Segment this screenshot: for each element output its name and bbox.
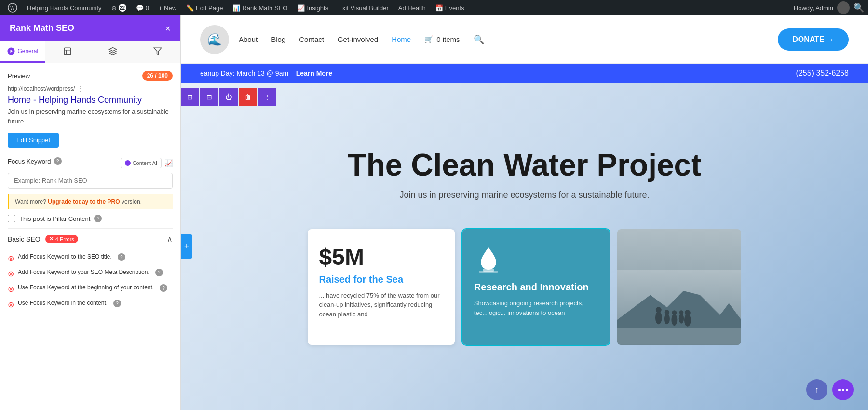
search-icon[interactable]: 🔍 <box>854 2 864 13</box>
tab-advanced[interactable] <box>45 41 91 63</box>
water-drop-icon <box>474 244 503 273</box>
preview-section: Preview 26 / 100 http://localhost/wordpr… <box>8 71 173 148</box>
panel-close-button[interactable]: × <box>165 24 171 33</box>
comments-count: 0 <box>146 4 149 12</box>
dot-1 <box>838 389 841 391</box>
error-text-4: Use Focus Keyword in the content. <box>18 300 108 306</box>
builder-grid-btn[interactable]: ⊟ <box>200 88 218 106</box>
events-item[interactable]: 📅 Events <box>432 0 468 15</box>
tab-general[interactable]: General <box>0 41 45 63</box>
admin-bar: W Helping Hands Community ⊕ 22 💬 0 + New… <box>0 0 868 15</box>
preview-title-link[interactable]: Home - Helping Hands Community <box>8 95 173 105</box>
floating-arrow-button[interactable]: ↑ <box>806 379 827 400</box>
rank-math-panel: Rank Math SEO × General Preview <box>0 15 181 410</box>
stat-card: $5M Raised for the Sea ... have recycled… <box>308 229 455 345</box>
site-nav: About Blog Contact Get-involved Home 🛒 0… <box>239 34 778 45</box>
basic-seo-header[interactable]: Basic SEO ✕ 4 Errors ∧ <box>8 228 173 249</box>
error-text-2: Add Focus Keyword to your SEO Meta Descr… <box>18 269 149 275</box>
edit-snippet-button[interactable]: Edit Snippet <box>8 133 59 148</box>
builder-delete-btn[interactable]: 🗑 <box>239 88 257 106</box>
ad-health-item[interactable]: Ad Health <box>394 0 430 15</box>
upgrade-link[interactable]: Upgrade today to the PRO <box>48 198 120 205</box>
add-section-button[interactable]: + <box>181 234 192 259</box>
focus-keyword-help-icon[interactable]: ? <box>54 157 62 165</box>
error-badge: ✕ 4 Errors <box>45 235 78 243</box>
upgrade-notice: Want more? Upgrade today to the PRO vers… <box>8 194 173 209</box>
updates-item[interactable]: ⊕ 22 <box>108 0 130 15</box>
pillar-help-icon[interactable]: ? <box>94 215 102 222</box>
trend-icon[interactable]: 📈 <box>164 159 173 167</box>
error-icon-4: ⊗ <box>8 300 14 309</box>
site-header: 🌊 About Blog Contact Get-involved Home 🛒… <box>181 15 868 64</box>
pencil-icon: ✏️ <box>186 4 194 12</box>
search-icon[interactable]: 🔍 <box>474 34 484 45</box>
seo-error-item: ⊗ Use Focus Keyword in the content. ? <box>8 300 173 309</box>
svg-point-12 <box>665 310 669 315</box>
preview-url-text: http://localhost/wordpress/ <box>8 85 75 92</box>
error-help-2[interactable]: ? <box>155 269 163 276</box>
exit-builder-item[interactable]: Exit Visual Builder <box>334 0 393 15</box>
svg-point-16 <box>679 310 684 314</box>
comments-item[interactable]: 💬 0 <box>132 0 153 15</box>
updates-count: 22 <box>119 4 126 12</box>
tab-schema[interactable] <box>90 41 136 63</box>
site-name-item[interactable]: Helping Hands Community <box>23 0 106 15</box>
error-help-4[interactable]: ? <box>113 300 121 307</box>
arrow-up-icon: ↑ <box>815 385 819 395</box>
preview-label: Preview <box>8 72 30 80</box>
floating-dots-button[interactable] <box>832 379 854 400</box>
preview-url: http://localhost/wordpress/ ⋮ <box>8 85 173 92</box>
edit-page-label: Edit Page <box>196 4 223 12</box>
tab-general-label: General <box>17 48 38 55</box>
notice-learn-more[interactable]: Learn More <box>296 69 332 77</box>
basic-seo-title: Basic SEO ✕ 4 Errors <box>8 235 78 243</box>
basic-seo-label: Basic SEO <box>8 235 41 243</box>
errors-count: 4 Errors <box>55 236 74 242</box>
content-ai-label: Content AI <box>133 160 157 166</box>
focus-keyword-header: Focus Keyword ? Content AI 📈 <box>8 157 173 169</box>
basic-seo-section: Basic SEO ✕ 4 Errors ∧ ⊗ Add Focus Keywo… <box>8 228 173 309</box>
rank-math-item[interactable]: 📊 Rank Math SEO <box>229 0 291 15</box>
score-badge: 26 / 100 <box>142 71 173 81</box>
error-help-1[interactable]: ? <box>118 253 125 261</box>
error-icon-1: ⊗ <box>8 254 14 263</box>
pillar-content-checkbox[interactable] <box>8 215 15 222</box>
notice-bar: eanup Day: March 13 @ 9am – Learn More (… <box>181 64 868 83</box>
donate-button[interactable]: DONATE → <box>778 28 849 51</box>
builder-power-btn[interactable]: ⏻ <box>219 88 238 106</box>
builder-layout-btn[interactable]: ⊞ <box>181 88 199 106</box>
panel-content: Preview 26 / 100 http://localhost/wordpr… <box>0 63 180 410</box>
nav-cart[interactable]: 🛒 0 items <box>424 35 460 44</box>
cart-icon: 🛒 <box>424 35 434 44</box>
nav-blog[interactable]: Blog <box>271 35 285 43</box>
wp-logo-item[interactable]: W <box>4 0 21 15</box>
hero-section: ⊞ ⊟ ⏻ 🗑 ⋮ The Clean Water Project Join u… <box>181 83 868 410</box>
rank-math-icon: 📊 <box>232 4 240 12</box>
seo-error-item: ⊗ Use Focus Keyword at the beginning of … <box>8 284 173 294</box>
content-ai-button[interactable]: Content AI <box>121 158 162 168</box>
events-icon: 📅 <box>435 4 443 12</box>
stat-value: $5M <box>319 244 443 270</box>
insights-item[interactable]: 📈 Insights <box>293 0 332 15</box>
tab-social[interactable] <box>136 41 181 63</box>
panel-header: Rank Math SEO × <box>0 15 180 41</box>
updates-icon: ⊕ <box>111 4 117 12</box>
error-help-3[interactable]: ? <box>160 284 167 292</box>
content-ai-icon <box>125 160 131 166</box>
nav-get-involved[interactable]: Get-involved <box>338 35 378 43</box>
svg-point-14 <box>672 310 677 315</box>
insights-icon: 📈 <box>297 4 305 12</box>
admin-right: Howdy, Admin 🔍 <box>794 1 864 14</box>
nav-about[interactable]: About <box>239 35 258 43</box>
preview-url-menu[interactable]: ⋮ <box>78 85 83 92</box>
nav-contact[interactable]: Contact <box>299 35 324 43</box>
edit-page-item[interactable]: ✏️ Edit Page <box>182 0 227 15</box>
builder-more-btn[interactable]: ⋮ <box>258 88 276 106</box>
new-item[interactable]: + New <box>155 0 180 15</box>
comments-icon: 💬 <box>136 4 144 12</box>
upgrade-text-before: Want more? <box>15 198 46 205</box>
panel-tabs: General <box>0 41 180 63</box>
focus-keyword-input[interactable] <box>8 173 173 189</box>
nav-home[interactable]: Home <box>392 35 411 43</box>
collapse-icon[interactable]: ∧ <box>167 234 173 244</box>
